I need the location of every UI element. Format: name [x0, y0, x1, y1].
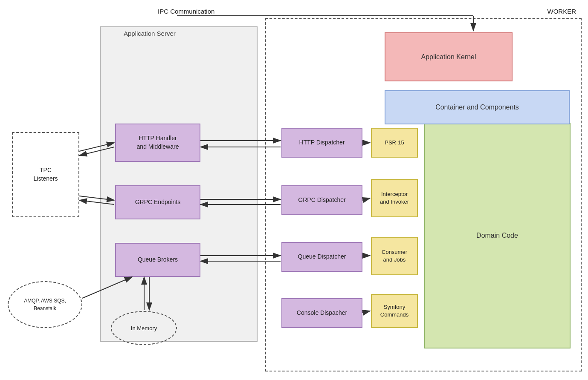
console-dispatcher-box: Console Dispacher [281, 298, 362, 328]
http-dispatcher-label: HTTP Dispatcher [299, 138, 345, 147]
worker-label: WORKER [547, 8, 576, 15]
queue-dispatcher-box: Queue Dispatcher [281, 242, 362, 272]
ipc-label: IPC Communication [158, 8, 214, 15]
http-handler-label: HTTP Handlerand Middleware [137, 134, 179, 151]
grpc-dispatcher-box: GRPC Dispatcher [281, 185, 362, 215]
tpc-listeners-label: TPCListeners [34, 166, 58, 183]
grpc-dispatcher-label: GRPC Dispatcher [298, 196, 345, 204]
tpc-listeners-box: TPCListeners [12, 132, 79, 217]
container-comp-label: Container and Components [435, 104, 519, 111]
app-server-label: Application Server [124, 30, 176, 37]
container-comp-box: Container and Components [385, 90, 570, 124]
app-kernel-label: Application Kernel [421, 53, 476, 61]
consumer-jobs-label: Consumerand Jobs [382, 248, 407, 264]
amqp-box: AMQP, AWS SQS,Beanstalk [8, 281, 82, 328]
http-handler-box: HTTP Handlerand Middleware [115, 124, 200, 162]
http-dispatcher-box: HTTP Dispatcher [281, 128, 362, 158]
queue-dispatcher-label: Queue Dispatcher [298, 253, 346, 261]
grpc-endpoints-label: GRPC Endpoints [135, 198, 181, 207]
app-kernel-box: Application Kernel [385, 32, 513, 81]
symfony-commands-box: SymfonyCommands [371, 294, 418, 328]
consumer-jobs-box: Consumerand Jobs [371, 237, 418, 275]
app-server-box [100, 26, 258, 342]
in-memory-label: In Memory [131, 325, 157, 331]
queue-brokers-box: Queue Brokers [115, 243, 200, 277]
symfony-commands-label: SymfonyCommands [380, 303, 408, 319]
in-memory-box: In Memory [111, 311, 177, 345]
psr15-label: PSR-15 [385, 139, 404, 147]
queue-brokers-label: Queue Brokers [138, 256, 178, 264]
diagram: IPC Communication WORKER Application Ser… [0, 0, 588, 380]
interceptor-label: Interceptorand Invoker [380, 190, 409, 206]
amqp-label: AMQP, AWS SQS,Beanstalk [24, 297, 66, 312]
grpc-endpoints-box: GRPC Endpoints [115, 185, 200, 219]
console-dispatcher-label: Console Dispacher [297, 309, 347, 317]
domain-code-box: Domain Code [424, 123, 571, 348]
domain-code-label: Domain Code [476, 232, 518, 239]
interceptor-box: Interceptorand Invoker [371, 179, 418, 217]
psr15-box: PSR-15 [371, 128, 418, 158]
